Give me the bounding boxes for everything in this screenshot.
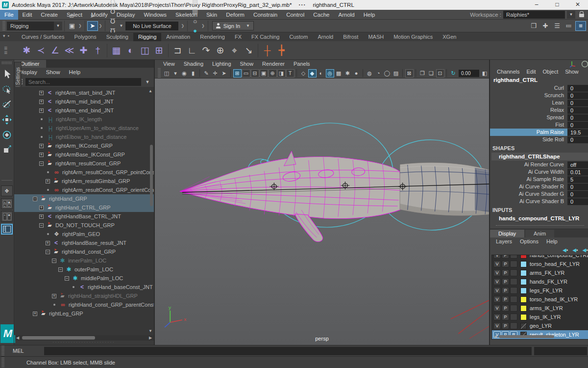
channelbox-menu-show[interactable]: Show bbox=[562, 68, 582, 76]
outliner-item[interactable]: +rightHandBase_CTRL_JNT bbox=[14, 212, 154, 221]
layer-display-type-button[interactable] bbox=[510, 255, 517, 259]
channelbox-menu-channels[interactable]: Channels bbox=[493, 68, 523, 76]
cluster-icon[interactable]: ◐ bbox=[123, 43, 138, 58]
menu-cache[interactable]: Cache bbox=[309, 10, 334, 20]
scroll-left-arrow[interactable]: ◀ bbox=[493, 334, 498, 339]
outliner-hscrollbar[interactable]: ◀ ▶ bbox=[14, 335, 154, 341]
outliner-item[interactable]: rightArm_IK_length bbox=[14, 115, 154, 124]
channel-row[interactable]: Ai Curve Shader G0 bbox=[490, 190, 588, 198]
layer-display-type-button[interactable] bbox=[510, 269, 517, 276]
render-current-frame-icon[interactable]: ▤ bbox=[190, 0, 200, 6]
multisample-icon[interactable]: ◯ bbox=[383, 69, 392, 78]
collapse-icon[interactable]: − bbox=[39, 223, 44, 228]
collapse-icon[interactable]: − bbox=[33, 197, 37, 201]
layer-row[interactable]: VPlegs_FK_LYR bbox=[492, 286, 588, 295]
menu-file[interactable]: File bbox=[0, 10, 18, 20]
close-button[interactable]: ✕ bbox=[567, 0, 588, 10]
paint-select-tool-button[interactable] bbox=[0, 97, 14, 112]
aim-constraint-icon[interactable]: ⊕ bbox=[213, 43, 227, 58]
shelf-tab-bifrost[interactable]: Bifrost bbox=[338, 33, 363, 41]
locator-icon[interactable]: ✱ bbox=[20, 43, 34, 58]
exposure-icon[interactable]: ↻ bbox=[449, 69, 458, 78]
outliner-item[interactable]: +rightArm_mid_bind_JNT bbox=[14, 97, 154, 106]
menu-windows[interactable]: Windows bbox=[139, 10, 171, 20]
channel-value-field[interactable]: 0 bbox=[567, 85, 588, 92]
mel-result-field[interactable] bbox=[534, 347, 587, 355]
channel-row[interactable]: Ai Sample Rate5 bbox=[490, 176, 588, 183]
layer-menu-layers[interactable]: Layers bbox=[492, 237, 516, 245]
outliner-item[interactable]: rightPalm_GEO bbox=[14, 230, 154, 238]
scroll-right-arrow[interactable]: ▶ bbox=[148, 336, 153, 340]
layer-playback-button[interactable]: P bbox=[502, 305, 509, 312]
viewport-menu-show[interactable]: Show bbox=[236, 60, 258, 68]
layer-tab-display[interactable]: Display bbox=[490, 230, 524, 237]
layer-playback-button[interactable]: P bbox=[502, 261, 509, 267]
menu-constrain[interactable]: Constrain bbox=[249, 10, 282, 20]
layer-visibility-button[interactable]: V bbox=[493, 278, 501, 285]
layer-visibility-button[interactable]: V bbox=[493, 314, 501, 320]
layout-single-pane-button[interactable]: ❖ bbox=[1, 185, 13, 196]
menu-skin[interactable]: Skin bbox=[202, 10, 221, 20]
lattice-icon[interactable]: ▦ bbox=[109, 43, 123, 58]
expand-icon[interactable]: + bbox=[46, 179, 50, 184]
outliner-item[interactable]: −innerPalm_LOC bbox=[14, 256, 154, 265]
layer-visibility-button[interactable]: V bbox=[493, 305, 501, 312]
shelf-tab-arnold[interactable]: Arnold bbox=[313, 33, 338, 41]
layer-display-type-button[interactable] bbox=[510, 296, 517, 303]
menu-set-dropdown-arrow[interactable]: ▼ bbox=[54, 22, 62, 30]
layout-two-pane-button[interactable]: +◆ bbox=[1, 211, 13, 222]
select-object-icon[interactable]: ➤ bbox=[87, 21, 98, 31]
outliner-item[interactable]: +rightArm_end_bind_JNT bbox=[14, 106, 154, 115]
snap-grid-icon[interactable]: Ω bbox=[107, 0, 118, 6]
layer-display-type-button[interactable] bbox=[510, 305, 517, 312]
layer-playback-button[interactable]: P bbox=[502, 278, 509, 285]
expand-icon[interactable]: + bbox=[39, 153, 44, 157]
xray-icon[interactable]: ▩ bbox=[335, 69, 343, 78]
layer-color-swatch[interactable] bbox=[520, 261, 527, 267]
layer-playback-button[interactable]: P bbox=[502, 296, 509, 303]
snap-options-arrow[interactable]: ▼ bbox=[118, 21, 124, 31]
isolate-select-icon[interactable]: ⊠ bbox=[405, 69, 414, 78]
expand-icon[interactable]: + bbox=[33, 312, 37, 316]
mel-label[interactable]: MEL bbox=[6, 348, 44, 354]
layer-display-type-button[interactable] bbox=[510, 287, 517, 294]
outliner-item[interactable]: +rightArm_start_bind_JNT bbox=[14, 88, 154, 97]
search-dropdown-arrow[interactable]: ▼ bbox=[143, 79, 152, 84]
group-collapse-icon[interactable]: ❯ bbox=[181, 24, 184, 28]
default-material-icon[interactable]: ◎ bbox=[326, 69, 334, 78]
toolbox-grip[interactable] bbox=[2, 61, 12, 64]
parent-constraint-icon[interactable]: ⊐ bbox=[171, 43, 185, 58]
hik-pin-icon[interactable]: ┾ bbox=[274, 43, 289, 58]
outliner-item[interactable]: −rightArm_resultConst_GRP bbox=[14, 159, 154, 168]
outliner-item[interactable]: rightHand_const_GRP_parentConstraint bbox=[14, 300, 154, 309]
channel-row[interactable]: Ai Curve Shader B0 bbox=[490, 198, 588, 205]
viewport-menu-shading[interactable]: Shading bbox=[179, 60, 208, 68]
layer-playback-button[interactable]: P bbox=[502, 287, 509, 294]
menu-help[interactable]: Help bbox=[359, 10, 380, 20]
layer-display-type-button[interactable] bbox=[510, 314, 517, 320]
channel-row[interactable]: Side Roll0 bbox=[490, 136, 588, 143]
live-surface-field[interactable]: No Live Surface bbox=[125, 22, 178, 30]
empty-layer-icon[interactable]: ◀▪ bbox=[572, 247, 578, 253]
channel-row[interactable]: Curl0 bbox=[490, 84, 588, 92]
layer-color-swatch[interactable] bbox=[520, 270, 527, 276]
channel-value-field[interactable]: 0.01 bbox=[567, 169, 588, 176]
lighting-icon[interactable]: ✱ bbox=[343, 69, 352, 78]
shelf-tab-animation[interactable]: Animation bbox=[161, 33, 195, 41]
select-tool-button[interactable] bbox=[0, 66, 14, 81]
channel-row[interactable]: Ai Curve Width0.01 bbox=[490, 168, 588, 176]
outliner-item[interactable]: rightHand_baseConst_JNT bbox=[14, 283, 154, 291]
tearoff-pane-icon[interactable]: ⊡ bbox=[436, 69, 444, 78]
channel-value-field[interactable]: 0 bbox=[567, 92, 588, 99]
layer-color-swatch[interactable] bbox=[520, 279, 527, 285]
outliner-item[interactable]: +rightLeg_GRP bbox=[14, 309, 154, 318]
outliner-vscroll-thumb[interactable] bbox=[150, 145, 153, 206]
collapse-icon[interactable]: − bbox=[52, 259, 56, 263]
channel-value-field[interactable]: 5 bbox=[567, 176, 588, 183]
outliner-item[interactable]: rightArm_resultConst_GRP_orientConstr bbox=[14, 185, 154, 194]
scroll-left-arrow[interactable]: ◀ bbox=[15, 336, 20, 340]
maximize-button[interactable]: □ bbox=[547, 0, 567, 10]
lasso-tool-button[interactable] bbox=[0, 81, 14, 97]
layer-visibility-button[interactable]: V bbox=[493, 261, 501, 267]
input-node-name[interactable]: hands_compound_CTRL_LYR bbox=[491, 214, 588, 222]
